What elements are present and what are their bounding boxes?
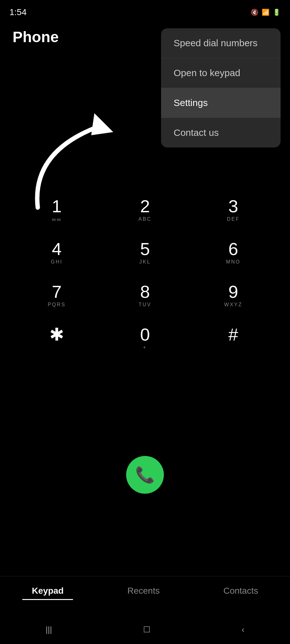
menu-item-open-keypad[interactable]: Open to keypad bbox=[161, 58, 281, 88]
call-icon: 📞 bbox=[135, 466, 155, 484]
keypad: 1 ∞∞ 2 ABC 3 DEF 4 GHI 5 JKL 6 MNO 7 PQR… bbox=[0, 189, 290, 360]
key-6-number: 6 bbox=[228, 240, 238, 258]
status-time: 1:54 bbox=[9, 7, 27, 17]
key-9-letters: WXYZ bbox=[224, 302, 243, 308]
system-nav-recents[interactable]: ||| bbox=[46, 625, 52, 635]
dropdown-menu: Speed dial numbers Open to keypad Settin… bbox=[161, 28, 281, 147]
key-9[interactable]: 9 WXYZ bbox=[189, 274, 277, 317]
page-title: Phone bbox=[13, 29, 59, 45]
key-7[interactable]: 7 PQRS bbox=[13, 274, 101, 317]
nav-recents[interactable]: Recents bbox=[118, 583, 169, 600]
key-7-letters: PQRS bbox=[48, 302, 66, 308]
key-6[interactable]: 6 MNO bbox=[189, 231, 277, 274]
key-star[interactable]: ✱ bbox=[13, 317, 101, 360]
status-icons: 🔇 📶 🔋 bbox=[251, 8, 281, 16]
key-hash[interactable]: # bbox=[189, 317, 277, 360]
key-2-letters: ABC bbox=[138, 216, 152, 223]
key-3-number: 3 bbox=[228, 197, 238, 215]
key-4-number: 4 bbox=[52, 240, 62, 258]
key-4-letters: GHI bbox=[51, 259, 63, 265]
key-8[interactable]: 8 TUV bbox=[101, 274, 189, 317]
mute-icon: 🔇 bbox=[251, 8, 259, 16]
key-5-number: 5 bbox=[140, 240, 150, 258]
key-0-letters: + bbox=[143, 345, 147, 351]
system-nav-back[interactable]: ‹ bbox=[242, 625, 244, 635]
key-5-letters: JKL bbox=[139, 259, 151, 265]
key-5[interactable]: 5 JKL bbox=[101, 231, 189, 274]
svg-marker-0 bbox=[91, 113, 113, 135]
system-nav: ||| ☐ ‹ bbox=[0, 622, 290, 638]
key-9-number: 9 bbox=[228, 283, 238, 301]
key-1-letters: ∞∞ bbox=[52, 216, 62, 223]
arrow-annotation bbox=[19, 88, 126, 214]
key-4[interactable]: 4 GHI bbox=[13, 231, 101, 274]
battery-icon: 🔋 bbox=[273, 8, 281, 16]
key-hash-number: # bbox=[228, 326, 238, 343]
key-0-number: 0 bbox=[140, 326, 150, 343]
nav-keypad[interactable]: Keypad bbox=[22, 583, 73, 600]
nav-contacts[interactable]: Contacts bbox=[214, 583, 268, 600]
key-0[interactable]: 0 + bbox=[101, 317, 189, 360]
key-3-letters: DEF bbox=[227, 216, 240, 223]
system-nav-home[interactable]: ☐ bbox=[143, 625, 150, 635]
menu-item-speed-dial[interactable]: Speed dial numbers bbox=[161, 28, 281, 58]
wifi-icon: 📶 bbox=[262, 8, 270, 16]
bottom-nav: Keypad Recents Contacts bbox=[0, 576, 290, 606]
call-button[interactable]: 📞 bbox=[126, 456, 164, 494]
menu-item-settings[interactable]: Settings bbox=[161, 88, 281, 118]
key-2-number: 2 bbox=[140, 197, 150, 215]
status-bar: 1:54 🔇 📶 🔋 bbox=[0, 0, 290, 22]
key-3[interactable]: 3 DEF bbox=[189, 189, 277, 231]
key-star-number: ✱ bbox=[49, 326, 64, 343]
menu-item-contact-us[interactable]: Contact us bbox=[161, 118, 281, 147]
call-button-container: 📞 bbox=[126, 456, 164, 494]
key-6-letters: MNO bbox=[226, 259, 240, 265]
key-8-letters: TUV bbox=[138, 302, 151, 308]
keypad-grid: 1 ∞∞ 2 ABC 3 DEF 4 GHI 5 JKL 6 MNO 7 PQR… bbox=[13, 189, 277, 360]
key-8-number: 8 bbox=[140, 283, 150, 301]
key-7-number: 7 bbox=[52, 283, 62, 301]
